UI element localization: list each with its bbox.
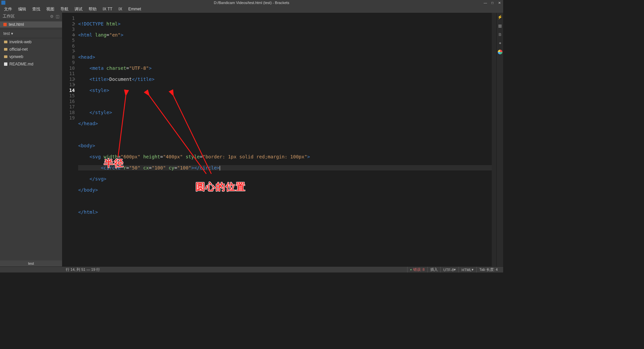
lego-icon[interactable]: ▦ bbox=[498, 23, 502, 28]
editor[interactable]: 1 2 3 4 5 6 7 8 9 10 11 12 13 14 15 16 1… bbox=[62, 13, 503, 266]
status-encoding[interactable]: UTF-8 ▾ bbox=[440, 267, 459, 273]
open-file-tab[interactable]: test.html bbox=[0, 21, 62, 28]
bottom-file-tab[interactable]: test bbox=[0, 260, 62, 266]
sidebar-section-header: 工作区 ⚙ ◫ bbox=[0, 13, 62, 20]
tools-icon[interactable]: ✦ bbox=[498, 41, 502, 46]
menu-emmet[interactable]: Emmet bbox=[125, 6, 144, 12]
sidebar: 工作区 ⚙ ◫ test.html test ▾ invelink-web of… bbox=[0, 13, 62, 266]
close-button[interactable]: ✕ bbox=[497, 0, 502, 5]
menu-file[interactable]: 文件 bbox=[1, 6, 15, 13]
statusbar: 行 14, 列 51 — 19 行 错误: 8 插入 UTF-8 ▾ HTML … bbox=[0, 266, 503, 272]
folder-icon bbox=[4, 48, 7, 51]
right-panel: ⚡ ▦ 🗎 ✦ bbox=[496, 13, 503, 266]
document-icon[interactable]: 🗎 bbox=[498, 32, 502, 37]
menu-ixtt[interactable]: IX TT bbox=[100, 6, 115, 12]
minimize-button[interactable]: — bbox=[483, 0, 488, 5]
folder-icon bbox=[4, 55, 7, 58]
menu-ix[interactable]: IX bbox=[116, 6, 125, 12]
menu-edit[interactable]: 编辑 bbox=[15, 6, 29, 13]
menubar: 文件 编辑 查找 视图 导航 调试 帮助 IX TT IX Emmet bbox=[0, 5, 503, 13]
menu-debug[interactable]: 调试 bbox=[72, 6, 85, 13]
project-item-invelink[interactable]: invelink-web bbox=[0, 38, 62, 46]
project-item-label: vpnweb bbox=[9, 54, 23, 59]
project-name: test bbox=[3, 31, 10, 36]
split-panel-icon[interactable]: ◫ bbox=[56, 14, 59, 19]
menu-navigate[interactable]: 导航 bbox=[58, 6, 71, 13]
status-cursor-pos: 行 14, 列 51 — 19 行 bbox=[66, 267, 100, 272]
project-item-readme[interactable]: README.md bbox=[0, 60, 62, 68]
status-errors[interactable]: 错误: 8 bbox=[407, 267, 427, 273]
markdown-file-icon bbox=[4, 62, 7, 66]
sidebar-section-label: 工作区 bbox=[3, 13, 15, 19]
menu-help[interactable]: 帮助 bbox=[86, 6, 99, 13]
status-insert[interactable]: 插入 bbox=[427, 267, 440, 273]
line-number-gutter: 1 2 3 4 5 6 7 8 9 10 11 12 13 14 15 16 1… bbox=[62, 15, 78, 266]
titlebar: D:/Bandicam Videos/test.html (test) - Br… bbox=[0, 0, 503, 5]
gear-icon[interactable]: ⚙ bbox=[50, 14, 54, 19]
project-item-label: official-net bbox=[9, 47, 28, 52]
extensions-icon[interactable] bbox=[498, 50, 502, 54]
project-item-label: README.md bbox=[9, 62, 33, 66]
folder-icon bbox=[4, 41, 7, 43]
editor-scrollbar[interactable] bbox=[492, 13, 496, 266]
open-file-label: test.html bbox=[9, 22, 24, 27]
chevron-down-icon: ▾ bbox=[11, 31, 13, 36]
project-dropdown[interactable]: test ▾ bbox=[0, 29, 62, 38]
app-icon bbox=[1, 1, 5, 5]
menu-find[interactable]: 查找 bbox=[30, 6, 43, 13]
html-file-icon bbox=[3, 23, 7, 26]
status-language[interactable]: HTML ▾ bbox=[459, 267, 476, 273]
bottom-file-tab-label: test bbox=[28, 261, 34, 265]
live-preview-icon[interactable]: ⚡ bbox=[498, 15, 502, 19]
project-item-label: invelink-web bbox=[9, 40, 32, 44]
project-item-vpnweb[interactable]: vpnweb bbox=[0, 53, 62, 60]
status-tabsize[interactable]: Tab 长度: 4 bbox=[476, 267, 500, 273]
maximize-button[interactable]: □ bbox=[490, 0, 495, 5]
project-item-official[interactable]: official-net bbox=[0, 46, 62, 53]
window-title: D:/Bandicam Videos/test.html (test) - Br… bbox=[214, 1, 289, 5]
menu-view[interactable]: 视图 bbox=[44, 6, 57, 13]
code-area[interactable]: <!DOCTYPE html> <html lang="en"> <head> … bbox=[78, 15, 503, 266]
